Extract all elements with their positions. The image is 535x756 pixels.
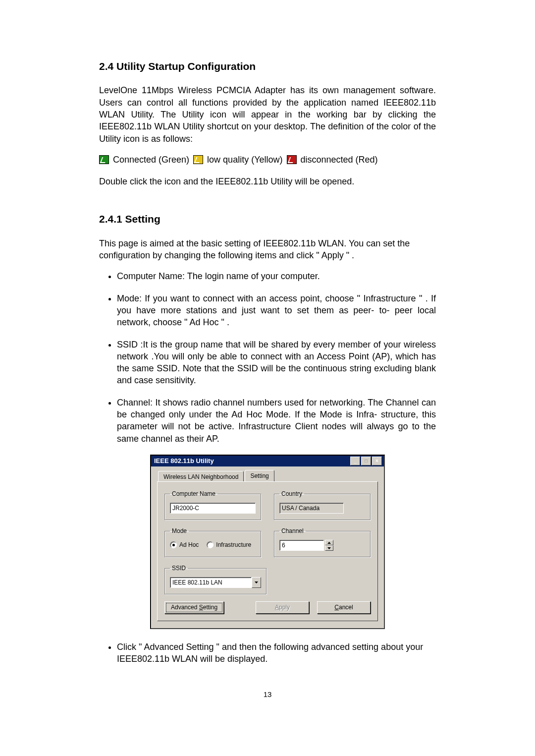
channel-spin-up[interactable]	[325, 540, 333, 545]
group-computer-name: Computer Name JR2000-C	[164, 490, 261, 520]
close-button[interactable]: ×	[372, 457, 382, 465]
bullet-mode: Mode: If you want to connect with an acc…	[117, 292, 436, 329]
bullet-ssid: SSID :It is the group name that will be …	[117, 339, 436, 387]
btn-text: etting	[203, 604, 217, 611]
chevron-down-icon	[327, 547, 331, 549]
dialog-title: IEEE 802.11b Utility	[154, 457, 214, 465]
group-mode-label: Mode	[170, 527, 189, 535]
utility-dialog: IEEE 802.11b Utility _ □ × Wireless LAN …	[150, 455, 385, 629]
radio-adhoc-label: Ad Hoc	[179, 541, 199, 549]
radio-dot-icon	[170, 541, 177, 548]
maximize-button: □	[361, 457, 371, 465]
radio-adhoc[interactable]: Ad Hoc	[170, 541, 199, 549]
svg-marker-1	[327, 547, 331, 549]
group-country: Country USA / Canada	[274, 490, 371, 520]
group-channel-label: Channel	[279, 527, 306, 535]
svg-marker-0	[327, 542, 331, 544]
status-lowquality-label: low quality (Yellow)	[207, 154, 282, 166]
tray-icon-yellow	[193, 155, 203, 164]
minimize-button[interactable]: _	[350, 457, 360, 465]
chevron-up-icon	[327, 542, 331, 544]
tray-icon-red	[287, 155, 297, 164]
page-number: 13	[99, 690, 436, 699]
btn-text: pply	[279, 604, 290, 611]
chevron-down-icon	[255, 582, 258, 583]
tab-wireless-neighborhood[interactable]: Wireless LAN Neighborhood	[158, 471, 244, 482]
btn-access-key: S	[199, 604, 203, 611]
radio-infrastructure[interactable]: Infrastructure	[207, 541, 251, 549]
heading-2-4-1: 2.4.1 Setting	[99, 212, 436, 226]
tab-setting[interactable]: Setting	[245, 470, 274, 481]
btn-text: Advanced	[171, 604, 199, 611]
cancel-button[interactable]: Cancel	[317, 601, 371, 613]
advanced-setting-button[interactable]: Advanced Setting	[164, 601, 224, 613]
group-mode: Mode Ad Hoc Infrastructure	[164, 527, 261, 557]
intro-paragraph: LevelOne 11Mbps Wireless PCMCIA Adapter …	[99, 84, 436, 144]
bullet-channel: Channel: It shows radio channel numbers …	[117, 397, 436, 445]
group-country-label: Country	[279, 490, 304, 498]
status-connected-label: Connected (Green)	[113, 154, 189, 166]
tray-icon-green	[99, 155, 109, 164]
group-ssid-label: SSID	[170, 564, 188, 572]
computer-name-input[interactable]: JR2000-C	[170, 503, 256, 514]
group-ssid: SSID IEEE 802.11b LAN	[164, 564, 267, 594]
group-computer-name-label: Computer Name	[170, 490, 217, 498]
tab-panel-setting: Computer Name JR2000-C Country USA / Can…	[157, 481, 378, 621]
status-legend: Connected (Green) low quality (Yellow) d…	[99, 154, 436, 166]
ssid-combo-dropdown-button[interactable]	[252, 577, 261, 588]
group-channel: Channel 6	[274, 527, 371, 557]
channel-spin-down[interactable]	[325, 545, 333, 551]
radio-dot-icon	[207, 541, 214, 548]
status-disconnected-label: disconnected (Red)	[301, 154, 378, 166]
bullet-advanced-setting: Click " Advanced Setting " and then the …	[117, 641, 436, 665]
svg-marker-2	[255, 582, 258, 583]
ssid-combo-input[interactable]: IEEE 802.11b LAN	[170, 577, 252, 588]
double-click-paragraph: Double click the icon and the IEEE802.11…	[99, 175, 436, 187]
channel-input[interactable]: 6	[279, 540, 324, 551]
btn-access-key: A	[275, 604, 279, 611]
btn-access-key: C	[334, 604, 339, 611]
apply-button: Apply	[256, 601, 309, 613]
setting-intro-paragraph: This page is aimed at the basic setting …	[99, 237, 436, 262]
btn-text: ancel	[339, 604, 353, 611]
heading-2-4: 2.4 Utility Startup Configuration	[99, 59, 436, 73]
dialog-titlebar[interactable]: IEEE 802.11b Utility _ □ ×	[151, 456, 384, 466]
country-value: USA / Canada	[279, 503, 344, 514]
radio-infra-label: Infrastructure	[216, 541, 251, 549]
bullet-computer-name: Computer Name: The login name of your co…	[117, 270, 436, 282]
